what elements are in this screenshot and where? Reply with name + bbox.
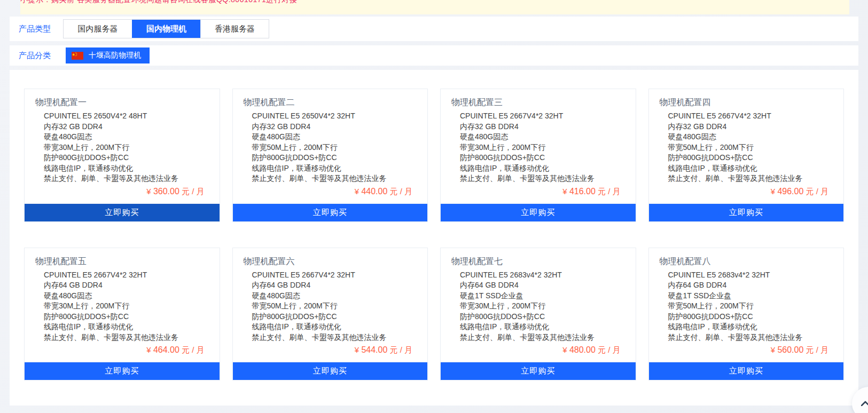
price: ¥ 496.00 元 / 月 <box>649 184 844 203</box>
currency-symbol: ¥ <box>771 187 775 196</box>
products-panel: 物理机配置一 CPUINTEL E5 2650V4*2 48HT内存32 GB … <box>10 70 858 406</box>
price-amount: 560.00 <box>777 345 803 354</box>
buy-button[interactable]: 立即购买 <box>233 362 428 380</box>
spec-line: 硬盘1T SSD企业盘 <box>668 291 844 301</box>
spec-list: CPUINTEL E5 2667V4*2 32HT内存64 GB DDR4硬盘4… <box>233 270 428 343</box>
spec-line: 禁止支付、刷单、卡盟等及其他违法业务 <box>44 173 220 184</box>
spec-line: 防护800G抗DDOS+防CC <box>44 153 220 163</box>
price-amount: 416.00 <box>569 187 596 196</box>
product-category-label: 产品分类 <box>19 51 60 61</box>
currency-symbol: ¥ <box>562 187 567 196</box>
buy-button[interactable]: 立即购买 <box>233 203 428 221</box>
product-card: 物理机配置七 CPUINTEL E5 2683v4*2 32HT内存64 GB … <box>440 248 636 381</box>
spec-line: 内存64 GB DDR4 <box>252 280 428 291</box>
currency-symbol: ¥ <box>355 345 359 354</box>
spec-line: 内存32 GB DDR4 <box>44 122 220 132</box>
spec-line: 线路电信IP，联通移动优化 <box>44 322 220 332</box>
product-card: 物理机配置五 CPUINTEL E5 2667V4*2 32HT内存64 GB … <box>24 248 220 381</box>
product-card: 物理机配置二 CPUINTEL E5 2650V4*2 32HT内存32 GB … <box>232 89 428 222</box>
buy-button[interactable]: 立即购买 <box>25 362 220 380</box>
notice-banner: 小提示：购买前 各类服务器配置环境问题请咨询在线客服QQ:80010171进行对… <box>20 0 849 14</box>
price-unit: 元 / 月 <box>182 187 205 196</box>
currency-symbol: ¥ <box>562 345 567 354</box>
card-title: 物理机配置七 <box>441 248 636 270</box>
category-shiyan-highdefense-button[interactable]: 十堰高防物理机 <box>66 47 150 63</box>
spec-line: 内存64 GB DDR4 <box>44 280 220 291</box>
chevron-up-icon <box>861 401 868 406</box>
spec-line: 硬盘480G固态 <box>668 132 844 142</box>
card-title: 物理机配置八 <box>649 248 844 270</box>
product-card: 物理机配置一 CPUINTEL E5 2650V4*2 48HT内存32 GB … <box>24 89 220 222</box>
price: ¥ 360.00 元 / 月 <box>25 184 220 203</box>
spec-line: 线路电信IP，联通移动优化 <box>460 163 636 174</box>
spec-line: 带宽30M上行，200M下行 <box>460 142 636 153</box>
spec-line: 防护800G抗DDOS+防CC <box>668 153 844 163</box>
spec-line: 防护800G抗DDOS+防CC <box>668 312 844 322</box>
product-type-panel: 产品类型 国内服务器 国内物理机 香港服务器 <box>10 17 858 41</box>
product-type-label: 产品类型 <box>19 24 60 34</box>
spec-line: 防护800G抗DDOS+防CC <box>44 312 220 322</box>
price: ¥ 480.00 元 / 月 <box>441 343 636 362</box>
price-unit: 元 / 月 <box>182 345 205 354</box>
spec-list: CPUINTEL E5 2683v4*2 32HT内存64 GB DDR4硬盘1… <box>441 270 636 343</box>
price-unit: 元 / 月 <box>389 187 412 196</box>
currency-symbol: ¥ <box>771 345 775 354</box>
spec-line: 硬盘480G固态 <box>252 291 428 301</box>
buy-button[interactable]: 立即购买 <box>649 203 844 221</box>
product-card: 物理机配置四 CPUINTEL E5 2667V4*2 32HT内存32 GB … <box>648 89 844 222</box>
spec-line: 禁止支付、刷单、卡盟等及其他违法业务 <box>668 173 844 184</box>
spec-line: 线路电信IP，联通移动优化 <box>460 322 636 332</box>
notice-text: 小提示：购买前 各类服务器配置环境问题请咨询在线客服QQ:80010171进行对… <box>20 0 849 5</box>
tab-hongkong-server[interactable]: 香港服务器 <box>200 20 269 38</box>
spec-line: 防护800G抗DDOS+防CC <box>252 312 428 322</box>
price: ¥ 464.00 元 / 月 <box>25 343 220 362</box>
tab-domestic-physical-machine[interactable]: 国内物理机 <box>132 20 200 38</box>
spec-line: 带宽50M上行，200M下行 <box>252 142 428 153</box>
spec-line: CPUINTEL E5 2667V4*2 32HT <box>668 111 844 122</box>
currency-symbol: ¥ <box>355 187 359 196</box>
spec-line: CPUINTEL E5 2667V4*2 32HT <box>44 270 220 281</box>
buy-button[interactable]: 立即购买 <box>25 203 220 221</box>
price: ¥ 416.00 元 / 月 <box>441 184 636 203</box>
price-amount: 360.00 <box>153 187 179 196</box>
buy-button[interactable]: 立即购买 <box>441 362 636 380</box>
spec-line: 内存32 GB DDR4 <box>460 122 636 132</box>
price-unit: 元 / 月 <box>598 187 621 196</box>
spec-line: 禁止支付、刷单、卡盟等及其他违法业务 <box>252 332 428 343</box>
buy-button[interactable]: 立即购买 <box>649 362 844 380</box>
spec-line: 硬盘480G固态 <box>460 132 636 142</box>
spec-line: 禁止支付、刷单、卡盟等及其他违法业务 <box>668 332 844 343</box>
card-title: 物理机配置四 <box>649 89 844 111</box>
spec-line: 硬盘480G固态 <box>44 291 220 301</box>
spec-line: CPUINTEL E5 2683v4*2 32HT <box>460 270 636 281</box>
card-title: 物理机配置五 <box>25 248 220 270</box>
spec-list: CPUINTEL E5 2650V4*2 32HT内存32 GB DDR4硬盘4… <box>233 111 428 184</box>
spec-line: CPUINTEL E5 2667V4*2 32HT <box>252 270 428 281</box>
tab-domestic-server[interactable]: 国内服务器 <box>64 20 132 38</box>
price-unit: 元 / 月 <box>598 345 621 354</box>
price: ¥ 560.00 元 / 月 <box>649 343 844 362</box>
spec-line: 线路电信IP，联通移动优化 <box>44 163 220 174</box>
spec-list: CPUINTEL E5 2683v4*2 32HT内存64 GB DDR4硬盘1… <box>649 270 844 343</box>
spec-line: 硬盘1T SSD企业盘 <box>460 291 636 301</box>
price-amount: 480.00 <box>569 345 596 354</box>
product-card: 物理机配置八 CPUINTEL E5 2683v4*2 32HT内存64 GB … <box>648 248 844 381</box>
spec-line: CPUINTEL E5 2683v4*2 32HT <box>668 270 844 281</box>
price-amount: 464.00 <box>153 345 179 354</box>
spec-list: CPUINTEL E5 2667V4*2 32HT内存64 GB DDR4硬盘4… <box>25 270 220 343</box>
spec-line: 带宽50M上行，200M下行 <box>252 301 428 312</box>
product-category-panel: 产品分类 十堰高防物理机 <box>10 45 858 66</box>
spec-line: 带宽30M上行，200M下行 <box>460 301 636 312</box>
price-amount: 496.00 <box>777 187 803 196</box>
card-title: 物理机配置六 <box>233 248 428 270</box>
spec-line: 线路电信IP，联通移动优化 <box>668 322 844 332</box>
buy-button[interactable]: 立即购买 <box>441 203 636 221</box>
price: ¥ 544.00 元 / 月 <box>233 343 428 362</box>
spec-line: 内存64 GB DDR4 <box>460 280 636 291</box>
spec-line: 禁止支付、刷单、卡盟等及其他违法业务 <box>252 173 428 184</box>
spec-line: CPUINTEL E5 2650V4*2 48HT <box>44 111 220 122</box>
spec-line: 禁止支付、刷单、卡盟等及其他违法业务 <box>44 332 220 343</box>
spec-line: 内存64 GB DDR4 <box>668 280 844 291</box>
spec-line: 防护800G抗DDOS+防CC <box>252 153 428 163</box>
card-grid: 物理机配置一 CPUINTEL E5 2650V4*2 48HT内存32 GB … <box>24 89 844 380</box>
